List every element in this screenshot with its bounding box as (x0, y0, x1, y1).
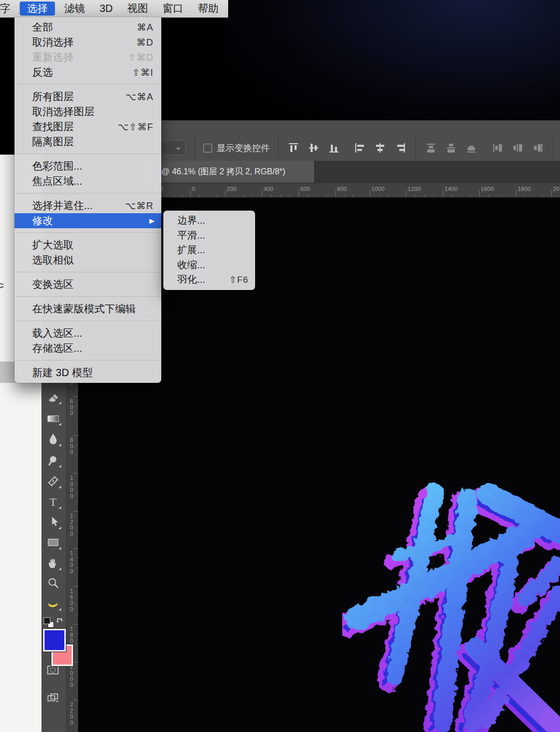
menu-item-shortcut: ⇧⌘I (132, 67, 161, 78)
menubar-item[interactable]: 滤镜 (57, 2, 92, 16)
menu-item[interactable]: 查找图层⌥⇧⌘F (15, 119, 161, 134)
menu-item-label: 重新选择 (15, 50, 128, 64)
ruler-minor-tick (76, 671, 78, 672)
ruler-minor-tick (344, 195, 345, 197)
ruler-tick (73, 511, 78, 512)
menubar-item[interactable]: 选择 (20, 2, 55, 16)
partial-text-fragment (0, 282, 5, 292)
path-selection-tool[interactable] (46, 515, 60, 529)
menu-item[interactable]: 色彩范围... (15, 159, 161, 174)
menu-item[interactable]: 变换选区 (15, 277, 161, 292)
ruler-minor-tick (76, 520, 78, 521)
ruler-minor-tick (326, 195, 327, 197)
menu-item[interactable]: 载入选区... (15, 326, 161, 341)
menu-item[interactable]: 所有图层⌥⌘A (15, 89, 161, 104)
zoom-tool[interactable] (46, 576, 60, 590)
screen-mode-icon[interactable] (46, 691, 60, 705)
menubar-item[interactable]: 视图 (120, 2, 156, 16)
distribute-vertical-centers-icon[interactable] (445, 142, 457, 154)
gradient-tool[interactable] (46, 411, 60, 425)
ruler-label: 1 0 0 0 (66, 475, 77, 499)
distribute-horizontal-centers-icon[interactable] (511, 142, 524, 154)
menu-item[interactable]: 存储选区... (15, 341, 161, 356)
flyout-indicator-icon (59, 547, 61, 549)
banana-tool[interactable] (46, 597, 60, 611)
menu-item-shortcut: ⌥⌘A (125, 91, 161, 103)
menu-item[interactable]: 取消选择⌘D (15, 35, 161, 50)
align-top-edges-icon[interactable] (287, 142, 300, 154)
submenu-item[interactable]: 收缩... (163, 258, 255, 273)
flyout-indicator-icon (59, 402, 61, 404)
ruler-minor-tick (76, 596, 78, 596)
ruler-minor-tick (317, 195, 318, 197)
swap-colors-icon[interactable] (56, 616, 64, 625)
ruler-minor-tick (76, 577, 78, 577)
menu-item[interactable]: 隔离图层 (15, 134, 161, 149)
menu-item[interactable]: 全部⌘A (15, 20, 161, 35)
align-left-edges-icon[interactable] (354, 142, 366, 154)
ruler-minor-tick (76, 605, 78, 606)
ruler-label: 1 2 0 0 (66, 513, 77, 537)
align-bottom-edges-icon[interactable] (328, 142, 340, 154)
menu-item-label: 新建 3D 模型 (15, 366, 161, 380)
submenu-item[interactable]: 羽化...⇧F6 (163, 272, 255, 287)
ruler-minor-tick (76, 558, 78, 558)
ruler-minor-tick (379, 195, 380, 197)
submenu-item[interactable]: 扩展... (163, 243, 255, 258)
dodge-tool[interactable] (46, 453, 60, 467)
align-horizontal-centers-icon[interactable] (374, 142, 386, 154)
menu-item[interactable]: 新建 3D 模型 (15, 365, 161, 380)
menu-item[interactable]: 取消选择图层 (15, 104, 161, 119)
menu-item: 重新选择⇧⌘D (15, 50, 161, 65)
ruler-minor-tick (289, 195, 290, 197)
ruler-tick (73, 548, 78, 549)
pen-tool[interactable] (46, 474, 60, 488)
ruler-tick (299, 190, 299, 197)
document-tab[interactable]: @ 46.1% (图层 2 拷贝 2, RGB/8*) (145, 161, 315, 183)
ruler-tick (73, 624, 78, 625)
ruler-minor-tick (76, 454, 78, 455)
foreground-color-swatch[interactable] (43, 629, 66, 652)
menu-item[interactable]: 修改▶ (15, 213, 161, 228)
align-vertical-centers-icon[interactable] (307, 142, 320, 154)
ruler-minor-tick (76, 502, 78, 502)
distribute-left-edges-icon[interactable] (491, 142, 503, 154)
ruler-label: 1 4 0 0 (66, 550, 77, 574)
blur-tool[interactable] (46, 432, 60, 446)
ruler-minor-tick (353, 195, 353, 197)
submenu-item[interactable]: 平滑... (163, 228, 255, 243)
menu-item[interactable]: 扩大选取 (15, 238, 161, 253)
ruler-label: 600 (300, 186, 310, 192)
ruler-minor-tick (281, 195, 281, 197)
ruler-minor-tick (76, 425, 78, 426)
menubar-item[interactable]: 3D (92, 2, 120, 16)
distribute-top-edges-icon[interactable] (425, 142, 437, 154)
menu-item[interactable]: 选择并遮住...⌥⌘R (15, 198, 161, 213)
menu-item-label: 载入选区... (15, 326, 161, 340)
distribute-bottom-edges-icon[interactable] (465, 142, 478, 154)
show-transform-label: 显示变换控件 (217, 142, 270, 154)
flyout-indicator-icon (59, 568, 61, 570)
menu-item[interactable]: 反选⇧⌘I (15, 65, 161, 80)
menubar-item[interactable]: 窗口 (156, 2, 191, 16)
ruler-minor-tick (76, 653, 78, 653)
ruler-tick (190, 190, 191, 197)
hand-tool[interactable] (46, 556, 60, 570)
eraser-tool[interactable] (46, 390, 60, 404)
show-transform-checkbox[interactable] (203, 144, 212, 153)
type-tool[interactable]: T (46, 495, 60, 509)
align-right-edges-icon[interactable] (394, 142, 407, 154)
menu-item[interactable]: 焦点区域... (15, 174, 161, 189)
rectangle-tool[interactable] (46, 535, 60, 549)
ruler-label: 2 0 0 0 (66, 664, 77, 688)
menu-item[interactable]: 在快速蒙版模式下编辑 (15, 301, 161, 316)
ruler-minor-tick (183, 195, 183, 197)
menu-item-label: 扩大选取 (15, 238, 161, 252)
default-colors-icon[interactable] (44, 617, 55, 629)
distribute-right-edges-icon[interactable] (531, 142, 544, 154)
menu-item[interactable]: 选取相似 (15, 253, 161, 268)
submenu-item[interactable]: 边界... (163, 213, 255, 228)
menubar-item[interactable]: 帮助 (191, 2, 226, 16)
submenu-item-label: 收缩... (163, 258, 255, 272)
menubar-item[interactable]: 字 (0, 2, 18, 16)
